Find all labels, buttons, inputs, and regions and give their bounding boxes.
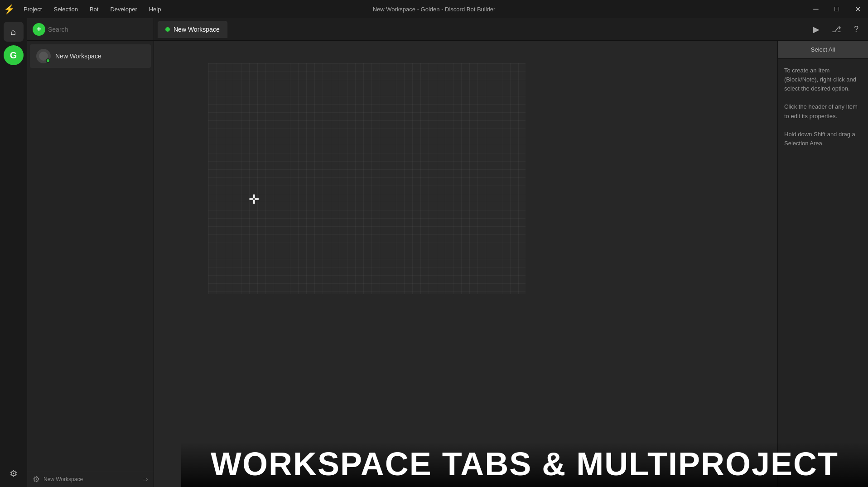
canvas-grid — [208, 63, 526, 294]
play-button[interactable]: ▶ — [808, 21, 825, 38]
info-text-2: Click the header of any Item to edit its… — [784, 102, 862, 120]
search-input[interactable] — [48, 26, 148, 33]
titlebar-left: ⚡ Project Selection Bot Developer Help — [0, 0, 166, 18]
home-button[interactable]: ⌂ — [4, 22, 24, 42]
main-layout: ⌂ G ⚙ + New Workspace ⚙ New Workspace ⇒ — [0, 18, 868, 487]
tab-actions: ▶ ⎇ ? — [808, 21, 864, 38]
workspace-panel-header: + — [27, 18, 154, 41]
content-area: New Workspace ▶ ⎇ ? ✛ Select All To crea — [154, 18, 868, 487]
titlebar-controls: ─ □ ✕ — [805, 0, 868, 18]
tab-label: New Workspace — [174, 26, 220, 33]
menu-bar: Project Selection Bot Developer Help — [18, 4, 166, 14]
footer-settings-icon[interactable]: ⚙ — [33, 474, 40, 484]
icon-sidebar: ⌂ G ⚙ — [0, 18, 27, 487]
workspace-list: New Workspace — [27, 41, 154, 471]
canvas-right-wrapper: ✛ Select All To create an Item (Block/No… — [154, 41, 868, 487]
menu-selection[interactable]: Selection — [48, 4, 83, 14]
user-avatar[interactable]: G — [4, 45, 24, 65]
settings-button[interactable]: ⚙ — [4, 463, 24, 483]
window-title: New Workspace - Golden - Discord Bot Bui… — [373, 6, 496, 13]
tab-new-workspace[interactable]: New Workspace — [158, 21, 227, 38]
sidebar-bottom: ⚙ — [4, 463, 24, 483]
menu-developer[interactable]: Developer — [105, 4, 142, 14]
footer-workspace-label: New Workspace — [43, 476, 139, 482]
workspace-status-dot — [46, 58, 50, 63]
canvas-left-gray — [154, 41, 208, 487]
workspace-item[interactable]: New Workspace — [30, 44, 151, 68]
info-text-3: Hold down Shift and drag a Selection Are… — [784, 130, 862, 148]
select-all-button[interactable]: Select All — [778, 41, 868, 59]
app-logo[interactable]: ⚡ — [0, 0, 18, 18]
workspace-panel: + New Workspace ⚙ New Workspace ⇒ — [27, 18, 154, 487]
workspace-icon — [36, 49, 51, 63]
workspace-item-label: New Workspace — [55, 53, 101, 60]
right-panel: Select All To create an Item (Block/Note… — [777, 41, 868, 487]
titlebar: ⚡ Project Selection Bot Developer Help N… — [0, 0, 868, 18]
tab-status-dot — [165, 27, 170, 32]
canvas-wrapper[interactable]: ✛ — [154, 41, 777, 487]
footer-export-icon[interactable]: ⇒ — [143, 476, 148, 483]
tab-bar: New Workspace ▶ ⎇ ? — [154, 18, 868, 41]
close-button[interactable]: ✕ — [847, 0, 868, 18]
workspace-panel-footer: ⚙ New Workspace ⇒ — [27, 471, 154, 487]
help-button[interactable]: ? — [848, 21, 864, 38]
right-panel-info: To create an Item (Block/Note), right-cl… — [778, 59, 868, 155]
canvas-top-gray — [154, 41, 777, 63]
add-workspace-button[interactable]: + — [33, 23, 45, 36]
menu-project[interactable]: Project — [18, 4, 47, 14]
minimize-button[interactable]: ─ — [805, 0, 826, 18]
menu-bot[interactable]: Bot — [84, 4, 104, 14]
tree-button[interactable]: ⎇ — [828, 21, 844, 38]
menu-help[interactable]: Help — [144, 4, 167, 14]
maximize-button[interactable]: □ — [826, 0, 847, 18]
info-text-1: To create an Item (Block/Note), right-cl… — [784, 66, 862, 93]
